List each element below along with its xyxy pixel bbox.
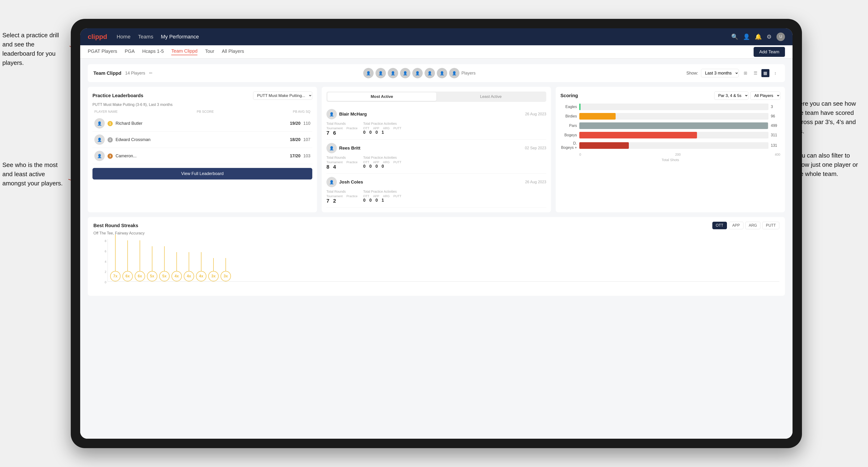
player-date-1: 26 Aug 2023 <box>525 112 546 116</box>
subnav-right: Add Team <box>753 47 785 57</box>
subnav-team-clippd[interactable]: Team Clippd <box>171 49 197 55</box>
rounds-values-1: 7 6 <box>327 130 358 136</box>
leaderboard-subtitle: PUTT Must Make Putting (3-6 ft), Last 3 … <box>92 102 312 107</box>
bar-fill-pars <box>579 122 768 129</box>
nav-home[interactable]: Home <box>117 34 130 40</box>
streak-badge-2: 6x <box>122 271 133 281</box>
player-avatar: 👤 <box>437 68 447 78</box>
add-team-button[interactable]: Add Team <box>753 47 785 57</box>
bar-track-birdies <box>579 113 769 120</box>
lb-player-name-2: Edward Crossman <box>116 137 287 142</box>
practice-label-1: Total Practice Activities <box>363 122 401 125</box>
player-avatar-3: 👤 <box>327 177 337 187</box>
grid-view-icon[interactable]: ⊞ <box>742 69 750 77</box>
streak-badge-8: 4x <box>196 271 206 281</box>
scoring-filter-par[interactable]: Par 3, 4 & 5s <box>714 92 748 100</box>
activity-card: Most Active Least Active 👤 Blair McHarg … <box>322 87 551 212</box>
lb-avg-1: 110 <box>303 121 310 126</box>
view-full-leaderboard-button[interactable]: View Full Leaderboard <box>92 168 312 180</box>
streaks-filter-ott[interactable]: OTT <box>712 222 727 229</box>
lb-avg-3: 103 <box>303 154 310 158</box>
nav-icons: 🔍 👤 🔔 ⚙ U <box>731 33 785 41</box>
player-date-2: 02 Sep 2023 <box>525 146 546 150</box>
streak-dot-8: 4x <box>196 252 206 281</box>
person-icon[interactable]: 👤 <box>743 33 750 40</box>
show-filter: Show: Last 3 months ⊞ ☰ ▦ ↕ <box>686 69 779 77</box>
bar-track-doublebogeys <box>579 142 769 149</box>
bar-value-pars: 499 <box>771 124 780 128</box>
streak-dot-4: 5x <box>147 246 157 281</box>
tab-least-active[interactable]: Least Active <box>436 92 545 101</box>
navbar: clippd Home Teams My Performance 🔍 👤 🔔 ⚙… <box>80 28 793 45</box>
bar-value-eagles: 3 <box>771 105 780 109</box>
bar-value-bogeys: 311 <box>771 133 780 137</box>
streaks-filter-app[interactable]: APP <box>729 222 743 229</box>
player-activity-header-3: 👤 Josh Coles 26 Aug 2023 <box>327 177 546 187</box>
bar-fill-eagles <box>579 103 581 110</box>
practice-sub-labels-2: OTTAPPARGPUTT <box>363 160 401 164</box>
streak-badge-7: 4x <box>184 271 194 281</box>
streak-dot-9: 3x <box>208 258 219 281</box>
subnav-all-players[interactable]: All Players <box>222 49 244 55</box>
streaks-filter-arg[interactable]: ARG <box>745 222 761 229</box>
player-name-2: 👤 Rees Britt <box>327 143 361 153</box>
streaks-filter-putt[interactable]: PUTT <box>762 222 779 229</box>
nav-my-performance[interactable]: My Performance <box>161 34 199 40</box>
lb-score-2: 18/20 <box>290 137 301 142</box>
settings-icon[interactable]: ⚙ <box>767 33 772 40</box>
team-header: Team Clippd 14 Players ✏ 👤 👤 👤 👤 👤 👤 👤 👤… <box>88 64 785 82</box>
device-frame: clippd Home Teams My Performance 🔍 👤 🔔 ⚙… <box>71 19 802 448</box>
bar-fill-birdies <box>579 113 616 120</box>
bar-row-eagles: Eagles 3 <box>560 103 780 110</box>
lb-avg-2: 107 <box>303 137 310 142</box>
sort-icon[interactable]: ↕ <box>771 69 779 77</box>
annotation-bottom-left: See who is the most and least active amo… <box>2 160 68 188</box>
search-icon[interactable]: 🔍 <box>731 33 738 40</box>
col-avg: PB AVG SQ <box>293 110 310 114</box>
player-avatar: 👤 <box>363 68 374 78</box>
practice-values-1: 0 0 0 1 <box>363 130 401 135</box>
leaderboard-header: Practice Leaderboards PUTT Must Make Put… <box>92 92 312 100</box>
card-view-icon[interactable]: ▦ <box>762 69 769 77</box>
streak-badge-4: 5x <box>147 271 157 281</box>
subnav-pgat[interactable]: PGAT Players <box>88 49 117 55</box>
streak-badge-5: 5x <box>159 271 169 281</box>
total-rounds-group-1: Total Rounds TournamentPractice 7 6 <box>327 122 358 136</box>
main-content: Team Clippd 14 Players ✏ 👤 👤 👤 👤 👤 👤 👤 👤… <box>80 59 793 439</box>
tab-most-active[interactable]: Most Active <box>328 92 436 101</box>
nav-teams[interactable]: Teams <box>138 34 153 40</box>
bar-track-eagles <box>579 103 769 110</box>
subnav-hcaps[interactable]: Hcaps 1-5 <box>142 49 164 55</box>
team-count: 14 Players <box>125 71 145 76</box>
edit-icon[interactable]: ✏ <box>149 70 153 76</box>
player-avatar: 👤 <box>412 68 423 78</box>
player-activity-3: 👤 Josh Coles 26 Aug 2023 Total Rounds To… <box>327 174 546 208</box>
show-select[interactable]: Last 3 months <box>701 69 739 77</box>
activity-stats-3: Total Rounds TournamentPractice 7 2 <box>327 190 546 204</box>
player-avatars: 👤 👤 👤 👤 👤 👤 👤 👤 Players <box>363 68 475 78</box>
leaderboard-row: 👤 3 Cameron... 17/20 103 <box>92 148 312 164</box>
user-avatar[interactable]: U <box>776 33 785 41</box>
bell-icon[interactable]: 🔔 <box>755 33 762 40</box>
lb-score-1: 19/20 <box>290 121 301 126</box>
drill-select[interactable]: PUTT Must Make Putting... <box>253 92 312 100</box>
bar-track-pars <box>579 122 769 129</box>
bar-label-pars: Pars <box>560 124 577 128</box>
streak-dot-1: 7x <box>110 235 121 281</box>
total-rounds-group-3: Total Rounds TournamentPractice 7 2 <box>327 190 358 204</box>
bar-label-eagles: Eagles <box>560 105 577 109</box>
streaks-chart-container: 8 6 4 2 0 7x 6x <box>93 239 779 291</box>
scoring-filter-players[interactable]: All Players <box>750 92 780 100</box>
subnav-pga[interactable]: PGA <box>125 49 135 55</box>
list-view-icon[interactable]: ☰ <box>751 69 760 77</box>
total-rounds-group-2: Total Rounds TournamentPractice 8 4 <box>327 156 358 170</box>
lb-player-name-1: Richard Butler <box>116 121 287 126</box>
streaks-title: Best Round Streaks <box>93 223 138 228</box>
show-label: Show: <box>686 71 698 76</box>
bar-row-pars: Pars 499 <box>560 122 780 129</box>
streak-dot-2: 6x <box>122 240 133 281</box>
subnav-tour[interactable]: Tour <box>205 49 214 55</box>
rounds-sub-labels-2: TournamentPractice <box>327 160 358 164</box>
bar-row-birdies: Birdies 96 <box>560 113 780 120</box>
lb-score-3: 17/20 <box>290 154 301 158</box>
